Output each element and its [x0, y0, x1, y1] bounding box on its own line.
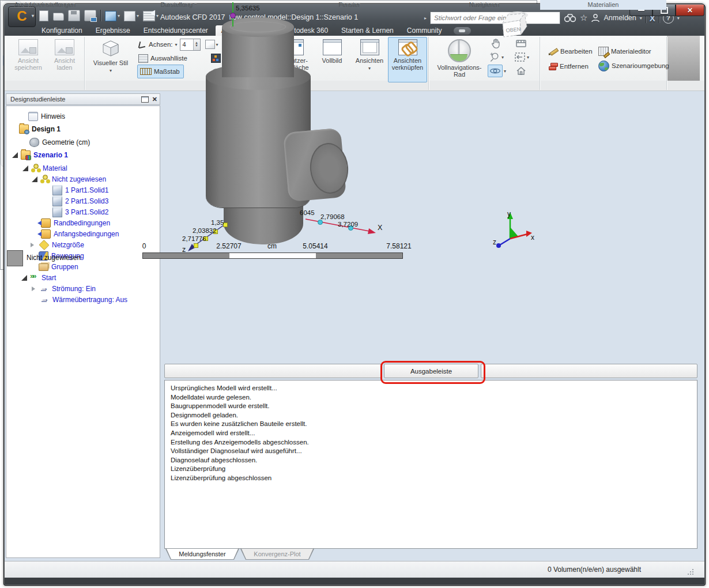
remove-icon	[549, 62, 557, 70]
flow-icon	[41, 296, 50, 304]
message-line: Anzeigemodell wird erstellt...	[171, 429, 691, 438]
material-editor-label: Materialeditor	[611, 48, 651, 55]
message-line: Es wurden keine zusätzlichen Bauteile er…	[171, 420, 691, 429]
x-axis-tick-label: 2,79068	[320, 213, 345, 220]
edit-material-label: Bearbeiten	[560, 48, 593, 55]
material-editor-icon	[598, 47, 609, 56]
x-axis-tick-label: 6045	[300, 209, 315, 216]
x-tick-dot	[318, 220, 323, 225]
message-line: Lizenzüberprüfung abgeschlossen	[171, 474, 691, 483]
close-button[interactable]: ✕	[676, 5, 704, 16]
z-axis-tick-label: 1,35	[211, 219, 224, 226]
globe-icon	[598, 61, 609, 71]
view-cube[interactable]: OBEN	[495, 8, 533, 45]
output-bar-right[interactable]	[481, 364, 697, 378]
search-binoculars-icon[interactable]	[564, 13, 576, 23]
z-tick-dot	[194, 243, 198, 248]
output-bar-button[interactable]: Ausgabeleiste	[384, 364, 478, 378]
selection-status: 0 Volumen(n/e/en) ausgewählt	[548, 566, 641, 574]
tree-item-strömung-ein[interactable]: Strömung: Ein	[6, 283, 160, 294]
pencil-icon	[549, 47, 558, 56]
message-line: Designmodell geladen.	[171, 411, 691, 420]
viewport-3d[interactable]: 5,35635 6045 2,79068 3,7209 X 1,35 2,038…	[0, 0, 537, 270]
ruler-label: 0	[142, 242, 146, 250]
message-panel[interactable]: Ursprüngliches Modell wird erstellt...Mo…	[164, 380, 697, 549]
message-line: Modelldatei wurde gelesen.	[171, 393, 691, 402]
start-icon	[30, 274, 39, 282]
resize-grip[interactable]	[687, 568, 694, 575]
message-line: Baugruppenmodell wurde erstellt.	[171, 402, 691, 411]
x-axis-tick-label: 3,7209	[338, 221, 358, 228]
axes-overlay	[0, 0, 536, 269]
tree-expand-icon[interactable]	[21, 275, 27, 281]
ruler-label: 2.52707	[216, 242, 241, 250]
tree-item-label[interactable]: Strömung: Ein	[52, 285, 96, 293]
tree-item-wärmeübertragung-aus[interactable]: Wärmeübertragung: Aus	[6, 294, 160, 305]
tree-expand-icon[interactable]	[32, 287, 37, 291]
user-icon[interactable]	[591, 13, 600, 22]
scenario-environment-label: Szenarioumgebung	[612, 62, 669, 69]
flow-icon	[40, 285, 49, 293]
edit-material-button[interactable]: Bearbeiten	[549, 45, 593, 58]
material-editor-button[interactable]: Materialeditor	[598, 45, 651, 58]
tab-label: Konvergenz-Plot	[241, 549, 314, 559]
scenario-environment-button[interactable]: Szenarioumgebung	[598, 59, 669, 72]
message-line: Ursprüngliches Modell wird erstellt...	[171, 384, 691, 393]
x-axis-name: X	[378, 224, 382, 232]
group-label-materials: Materialien	[540, 0, 666, 10]
tab-label: Meldungsfenster	[166, 549, 239, 559]
legend-label: Nicht zugewiesen	[27, 254, 81, 262]
ruler-unit-label: cm	[267, 242, 277, 250]
message-line: Erstellung des Anzeigemodells abgeschlos…	[171, 438, 691, 447]
message-line: Lizenzüberprüfung	[171, 465, 691, 474]
svg-text:y: y	[507, 210, 511, 218]
tab-meldungsfenster[interactable]: Meldungsfenster	[165, 549, 239, 560]
y-axis-tick-label: 5,35635	[236, 5, 260, 12]
status-bar: 0 Volumen(n/e/en) ausgewählt	[5, 561, 704, 578]
group-separator	[540, 37, 540, 90]
tab-konvergenz-plot[interactable]: Konvergenz-Plot	[240, 549, 314, 560]
y-tick-dot	[230, 13, 236, 18]
ruler-label: 7.58121	[386, 242, 411, 250]
legend-swatch	[7, 250, 23, 266]
message-line: Diagnoselauf abgeschlossen.	[171, 456, 691, 465]
scale-ruler	[142, 252, 403, 259]
remove-material-label: Entfernen	[560, 63, 589, 70]
svg-text:z: z	[493, 238, 496, 246]
favorites-star-icon[interactable]: ☆	[580, 13, 587, 23]
ruler-label: 5.05414	[303, 242, 327, 250]
orientation-triad: y x z	[493, 210, 534, 249]
tree-item-label[interactable]: Start	[42, 274, 56, 282]
svg-text:x: x	[531, 233, 534, 242]
z-axis-tick-label: 2,03832	[193, 227, 217, 234]
message-line: Vollständiger Diagnoselauf wird ausgefüh…	[171, 447, 691, 456]
output-tabs: MeldungsfensterKonvergenz-Plot	[165, 549, 314, 560]
output-bar-left[interactable]	[164, 364, 382, 378]
tree-item-start[interactable]: Start	[6, 272, 160, 283]
z-axis-tick-label: 2,71776	[182, 235, 206, 242]
tree-item-label[interactable]: Wärmeübertragung: Aus	[52, 296, 127, 304]
remove-material-button[interactable]: Entfernen	[549, 60, 589, 73]
